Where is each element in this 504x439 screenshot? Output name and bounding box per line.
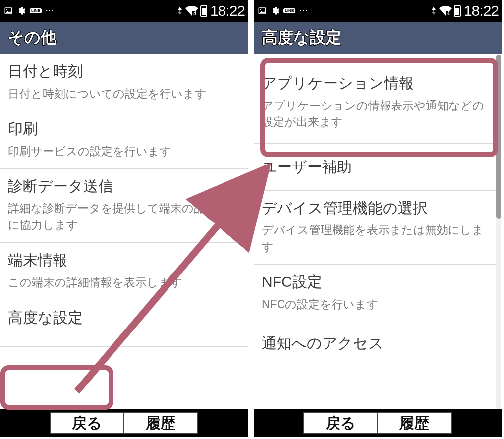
list-item-title: 診断データ送信 — [8, 177, 240, 196]
bottom-bar: 戻る 履歴 — [0, 409, 248, 437]
settings-list[interactable]: 日付と時刻 日付と時刻についての設定を行います 印刷 印刷サービスの設定を行いま… — [0, 54, 248, 409]
status-bar: LINE ··· 4 18:22 — [0, 0, 248, 22]
back-button[interactable]: 戻る — [50, 412, 124, 434]
list-item-app-info[interactable]: アプリケーション情報 アプリケーションの情報表示や通知などの設定が出来ます — [254, 54, 496, 144]
list-item-desc: NFCの設定を行います — [262, 296, 488, 313]
list-item-device-info[interactable]: 端末情報 この端末の詳細情報を表示します — [0, 243, 248, 300]
list-item-title: NFC設定 — [262, 273, 488, 291]
svg-text:4: 4 — [193, 11, 196, 16]
gear-icon — [17, 6, 26, 15]
list-item-desc: アプリケーションの情報表示や通知などの設定が出来ます — [262, 98, 488, 131]
list-item-title: 高度な設定 — [8, 308, 240, 327]
gear-icon — [271, 6, 280, 15]
list-item-title: 端末情報 — [8, 251, 240, 270]
list-item-title: アプリケーション情報 — [262, 74, 488, 93]
list-item-print[interactable]: 印刷 印刷サービスの設定を行います — [0, 111, 248, 169]
list-item-date-time[interactable]: 日付と時刻 日付と時刻についての設定を行います — [0, 54, 248, 111]
clock-text: 18:22 — [464, 2, 499, 19]
settings-list[interactable]: アプリケーション情報 アプリケーションの情報表示や通知などの設定が出来ます ユー… — [254, 54, 496, 409]
history-button[interactable]: 履歴 — [378, 412, 452, 434]
wifi-icon: 4 — [439, 6, 452, 16]
page-title: 高度な設定 — [254, 22, 502, 54]
list-item-title: 日付と時刻 — [8, 62, 240, 81]
list-item-title: デバイス管理機能の選択 — [262, 199, 488, 218]
list-item-desc: 日付と時刻についての設定を行います — [8, 86, 240, 102]
clock-text: 18:22 — [210, 2, 245, 19]
svg-point-1 — [6, 9, 7, 10]
list-item-title: ユーザー補助 — [262, 158, 488, 176]
svg-point-8 — [260, 9, 261, 10]
back-button[interactable]: 戻る — [303, 412, 378, 434]
phone-left: LINE ··· 4 18:22 その他 日付と時刻 — [0, 0, 248, 437]
list-item-accessibility[interactable]: ユーザー補助 — [254, 144, 496, 191]
history-button[interactable]: 履歴 — [124, 412, 198, 434]
bottom-bar: 戻る 履歴 — [254, 409, 502, 437]
list-item-notification-access[interactable]: 通知へのアクセス — [254, 322, 496, 362]
svg-rect-6 — [202, 8, 206, 15]
signal-icon — [430, 7, 437, 15]
battery-icon — [454, 5, 461, 17]
status-bar: LINE ··· 4 18:22 — [254, 0, 502, 22]
more-icon: ··· — [299, 7, 308, 15]
signal-icon — [176, 7, 183, 15]
list-item-desc: 印刷サービスの設定を行います — [8, 143, 240, 160]
svg-rect-13 — [455, 8, 459, 15]
scrollbar[interactable] — [496, 54, 502, 409]
list-item-desc: この端末の詳細情報を表示します — [8, 274, 240, 291]
list-item-desc: 詳細な診断データを提供して端末の品質改善に協力します — [8, 200, 240, 233]
list-item-advanced-settings[interactable]: 高度な設定 — [0, 300, 248, 347]
phone-right: LINE ··· 4 18:22 高度な設定 アプリケーション情報 — [254, 0, 502, 437]
list-item-nfc[interactable]: NFC設定 NFCの設定を行います — [254, 265, 496, 322]
list-item-title: 通知へのアクセス — [262, 334, 488, 353]
picture-icon — [258, 6, 267, 15]
line-app-icon: LINE — [283, 8, 295, 13]
list-item-device-admin[interactable]: デバイス管理機能の選択 デバイス管理機能を表示または無効にします — [254, 191, 496, 265]
svg-text:4: 4 — [447, 11, 450, 16]
more-icon: ··· — [46, 7, 55, 15]
battery-icon — [200, 5, 207, 17]
picture-icon — [4, 6, 13, 15]
list-item-title: 印刷 — [8, 119, 240, 138]
list-item-diagnostics[interactable]: 診断データ送信 詳細な診断データを提供して端末の品質改善に協力します — [0, 169, 248, 243]
wifi-icon: 4 — [185, 6, 198, 16]
list-item-desc: デバイス管理機能を表示または無効にします — [262, 222, 488, 255]
page-title: その他 — [0, 22, 248, 54]
line-app-icon: LINE — [30, 8, 42, 13]
